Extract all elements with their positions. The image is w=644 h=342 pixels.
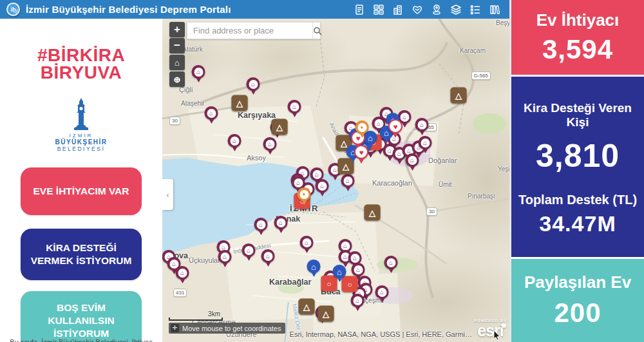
stat-group: Toplam Destek (TL) 34.47M: [511, 193, 644, 236]
page-title: İzmir Büyükşehir Belediyesi Deprem Porta…: [26, 4, 231, 15]
map-marker-h[interactable]: ⌂: [254, 218, 268, 231]
heart-handshake-icon[interactable]: [411, 3, 423, 15]
need-home-button[interactable]: EVE İHTİYACIM VAR: [21, 167, 142, 215]
map-marker-h[interactable]: ⌂: [274, 216, 288, 229]
stat-group: Kira Desteği Veren Kişi 3,810: [511, 101, 644, 175]
map-marker-t[interactable]: △: [299, 299, 315, 315]
map-marker-ht[interactable]: ♥: [354, 145, 368, 159]
map-label: Karacaoğlan: [372, 179, 412, 187]
stat-value: 34.47M: [511, 211, 644, 236]
esri-logo: POWERED BY esri: [474, 319, 507, 339]
map-label: Ümit: [439, 181, 452, 188]
location-pin-icon[interactable]: [430, 3, 442, 15]
map-marker-h[interactable]: ⌂: [176, 266, 189, 280]
legend-list-icon[interactable]: [469, 3, 481, 15]
map-label: Yeşil: [498, 166, 509, 173]
stat-paylasilan-ev: Paylaşılan Ev 200: [511, 259, 644, 342]
map-marker-h[interactable]: ⌂: [415, 118, 429, 131]
map-marker-h[interactable]: ⌂: [242, 243, 256, 257]
campaign-line2: BİRYUVA: [0, 64, 162, 82]
move-icon: ✛: [171, 324, 179, 332]
map-marker-b[interactable]: ⌂: [333, 265, 346, 278]
coordinates-widget[interactable]: ✛ Move mouse to get coordinates: [169, 323, 285, 334]
map-marker-h[interactable]: ⌂: [406, 153, 419, 167]
road-shield: 431: [173, 289, 187, 297]
stat-value: 3,810: [511, 137, 644, 175]
map-marker-h[interactable]: ⌂: [341, 174, 355, 187]
esri-globe-dot: [502, 323, 506, 328]
map-marker-t[interactable]: △: [318, 306, 334, 322]
map-label: Karaçam: [460, 47, 486, 54]
left-sidebar: #BİRKİRA BİRYUVA İZMİR BÜYÜKŞEHİR B: [0, 19, 162, 342]
muni-line3: BELEDİYESİ: [0, 146, 162, 152]
muni-line2: BÜYÜKŞEHİR: [0, 138, 162, 146]
map-label: Atatürk: [182, 46, 203, 53]
map-canvas[interactable]: AtatürkÇiğliAtaşehirKarşıyakaAksoyKaraça…: [162, 19, 509, 342]
map-marker-h[interactable]: ⌂: [352, 263, 365, 276]
map-marker-t[interactable]: △: [451, 88, 467, 104]
document-icon[interactable]: [353, 3, 365, 15]
stat-value: 3,594: [511, 34, 644, 65]
sidebar-footnote: Bu sayfa, İzmir Büyükşehir Belediyesi, İ…: [0, 338, 162, 342]
clock-tower-icon: [70, 98, 93, 131]
map-label: Aksoy: [247, 154, 266, 162]
layers-icon[interactable]: [450, 3, 462, 15]
map-marker-ht[interactable]: ♥: [388, 119, 402, 133]
scale-bar-line: [169, 318, 223, 321]
scale-bar: 3km: [169, 310, 223, 321]
stat-label: Ev İhtiyacı: [511, 10, 644, 30]
map-attribution: Esri, Intermap, NASA, NGA, USGS | Esri, …: [290, 330, 472, 338]
road-shield: 30: [426, 207, 437, 216]
map-marker-h[interactable]: ⌂: [300, 236, 314, 249]
deprem-portal-app: ih İzmir Büyükşehir Belediyesi Deprem Po…: [0, 0, 644, 342]
stats-panel: Ev İhtiyacı 3,594 Kira Desteği Veren Kiş…: [509, 0, 644, 342]
map-search: [187, 22, 321, 39]
map-marker-h[interactable]: ⌂: [205, 106, 218, 120]
map-marker-h[interactable]: ⌂: [261, 249, 275, 263]
zoom-out-button[interactable]: −: [169, 38, 185, 53]
map-marker-t[interactable]: △: [272, 119, 288, 135]
ih-logo-icon: ih: [6, 3, 20, 16]
map-marker-r[interactable]: ○: [321, 276, 337, 292]
home-button[interactable]: ⌂: [169, 55, 185, 70]
map-marker-h[interactable]: ⌂: [351, 294, 365, 307]
apps-grid-icon[interactable]: [372, 3, 384, 15]
map-marker-h[interactable]: ⌂: [228, 134, 242, 147]
map-marker-t[interactable]: △: [232, 95, 248, 111]
map-marker-h[interactable]: ⌂: [384, 256, 398, 269]
map-marker-h[interactable]: ⌂: [288, 100, 301, 113]
map-label: Doğanlar: [428, 157, 457, 164]
map-marker-h[interactable]: ⌂: [247, 77, 260, 91]
zoom-in-button[interactable]: +: [169, 22, 185, 37]
map-marker-b[interactable]: ⌂: [307, 260, 321, 273]
map-label: Ataşehir: [181, 100, 205, 107]
municipality-logo: İZMİR BÜYÜKŞEHİR BELEDİYESİ: [0, 98, 162, 152]
locate-button[interactable]: ⊕: [169, 71, 185, 87]
map-label: Beşyo: [496, 19, 509, 26]
stat-label: Toplam Destek (TL): [511, 193, 644, 207]
map-marker-o[interactable]: ●: [298, 187, 311, 201]
map-label: Pınarbaşı: [468, 193, 495, 200]
brand: ih İzmir Büyükşehir Belediyesi Deprem Po…: [6, 3, 231, 16]
map-marker-r[interactable]: ○: [342, 276, 358, 292]
sidebar-collapse-toggle[interactable]: ‹: [162, 179, 173, 210]
map-label: Üçkuyular: [189, 256, 220, 264]
map-marker-h[interactable]: ⌂: [316, 179, 329, 193]
road-shield: D-565: [471, 71, 491, 80]
stat-label: Kira Desteği Veren Kişi: [511, 101, 644, 129]
books-icon[interactable]: [488, 3, 500, 15]
map-marker-h[interactable]: ⌂: [218, 250, 232, 263]
search-input[interactable]: [187, 26, 312, 35]
buildings-icon[interactable]: [392, 3, 404, 15]
map-marker-h[interactable]: ⌂: [192, 65, 205, 79]
map-label: Karabağlar: [269, 278, 311, 287]
share-empty-home-button[interactable]: BOŞ EVİM KULLANILSIN İSTİYORUM: [21, 291, 142, 342]
road-shield: 30: [169, 117, 180, 125]
map-marker-o[interactable]: ●: [355, 120, 369, 134]
give-rent-support-button[interactable]: KİRA DESTEĞİ VERMEK İSTİYORUM: [21, 229, 142, 280]
map-marker-h[interactable]: ⌂: [375, 285, 389, 299]
map-marker-t[interactable]: △: [365, 205, 381, 221]
scale-label: 3km: [169, 310, 223, 318]
search-icon[interactable]: [312, 23, 322, 39]
header-bar: ih İzmir Büyükşehir Belediyesi Deprem Po…: [0, 0, 509, 19]
